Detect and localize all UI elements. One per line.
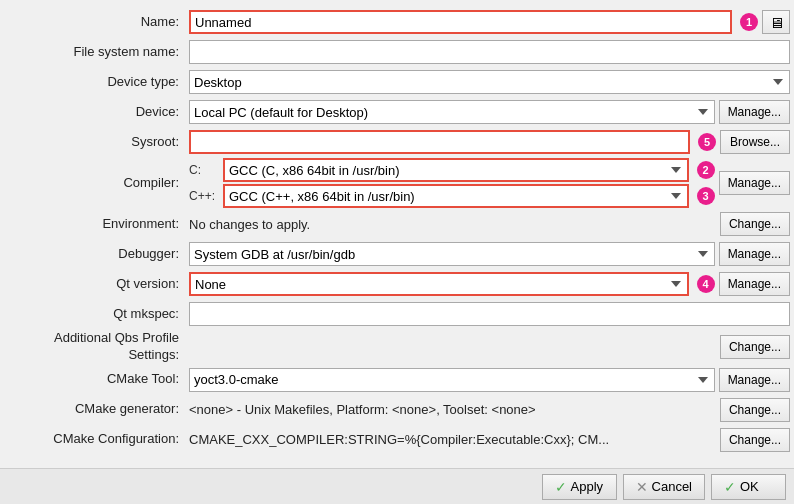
sysroot-browse-button[interactable]: Browse... — [720, 130, 790, 154]
footer: ✓ Apply ✕ Cancel ✓ OK — [0, 468, 794, 504]
sysroot-badge: 5 — [698, 133, 716, 151]
cmake-tool-label: CMake Tool: — [4, 371, 189, 388]
name-input[interactable] — [189, 10, 732, 34]
cancel-button[interactable]: ✕ Cancel — [623, 474, 705, 500]
qtmkspec-content — [189, 302, 790, 326]
cmake-config-row: CMake Configuration: CMAKE_CXX_COMPILER:… — [4, 426, 790, 454]
compiler-cpp-select[interactable]: GCC (C++, x86 64bit in /usr/bin) — [223, 184, 689, 208]
compiler-cpp-row: C++: GCC (C++, x86 64bit in /usr/bin) 3 — [189, 184, 715, 208]
devicetype-content: Desktop — [189, 70, 790, 94]
compiler-c-row: C: GCC (C, x86 64bit in /usr/bin) 2 — [189, 158, 715, 182]
environment-value: No changes to apply. — [189, 217, 310, 232]
debugger-manage-button[interactable]: Manage... — [719, 242, 790, 266]
qbs-label: Additional Qbs Profile Settings: — [4, 330, 189, 364]
debugger-select[interactable]: System GDB at /usr/bin/gdb — [189, 242, 715, 266]
cmake-gen-label: CMake generator: — [4, 401, 189, 418]
compiler-manage-button[interactable]: Manage... — [719, 171, 790, 195]
cmake-gen-row: CMake generator: <none> - Unix Makefiles… — [4, 396, 790, 424]
qbs-change-button[interactable]: Change... — [720, 335, 790, 359]
device-content: Local PC (default for Desktop) Manage... — [189, 100, 790, 124]
devicetype-select[interactable]: Desktop — [189, 70, 790, 94]
compiler-label: Compiler: — [4, 175, 189, 192]
cmake-tool-row: CMake Tool: yoct3.0-cmake Manage... — [4, 366, 790, 394]
cmake-tool-select[interactable]: yoct3.0-cmake — [189, 368, 715, 392]
environment-row: Environment: No changes to apply. Change… — [4, 210, 790, 238]
monitor-button[interactable]: 🖥 — [762, 10, 790, 34]
compiler-cpp-badge: 3 — [697, 187, 715, 205]
cmake-tool-content: yoct3.0-cmake Manage... — [189, 368, 790, 392]
sysroot-content: 5 Browse... — [189, 130, 790, 154]
qtversion-content: None 4 Manage... — [189, 272, 790, 296]
debugger-row: Debugger: System GDB at /usr/bin/gdb Man… — [4, 240, 790, 268]
apply-label: Apply — [571, 479, 604, 494]
name-row: Name: 1 🖥 — [4, 8, 790, 36]
qtversion-label: Qt version: — [4, 276, 189, 293]
apply-check-icon: ✓ — [555, 479, 567, 495]
cmake-gen-value: <none> - Unix Makefiles, Platform: <none… — [189, 402, 716, 417]
ok-label: OK — [740, 479, 759, 494]
qtversion-select[interactable]: None — [189, 272, 689, 296]
cmake-gen-change-button[interactable]: Change... — [720, 398, 790, 422]
sysroot-label: Sysroot: — [4, 134, 189, 151]
qbs-row: Additional Qbs Profile Settings: Change.… — [4, 330, 790, 364]
device-label: Device: — [4, 104, 189, 121]
debugger-label: Debugger: — [4, 246, 189, 263]
compiler-block: C: GCC (C, x86 64bit in /usr/bin) 2 C++:… — [189, 158, 715, 208]
device-select[interactable]: Local PC (default for Desktop) — [189, 100, 715, 124]
environment-change-button[interactable]: Change... — [720, 212, 790, 236]
filesystem-label: File system name: — [4, 44, 189, 61]
qbs-content: Change... — [189, 335, 790, 359]
form-container: Name: 1 🖥 File system name: Device type:… — [0, 0, 794, 468]
compiler-cpp-prefix: C++: — [189, 189, 219, 203]
cmake-config-change-button[interactable]: Change... — [720, 428, 790, 452]
cmake-config-content: CMAKE_CXX_COMPILER:STRING=%{Compiler:Exe… — [189, 428, 790, 452]
cancel-x-icon: ✕ — [636, 479, 648, 495]
compiler-c-prefix: C: — [189, 163, 219, 177]
qtmkspec-row: Qt mkspec: — [4, 300, 790, 328]
filesystem-row: File system name: — [4, 38, 790, 66]
devicetype-row: Device type: Desktop — [4, 68, 790, 96]
cmake-config-value: CMAKE_CXX_COMPILER:STRING=%{Compiler:Exe… — [189, 432, 716, 447]
sysroot-inner: 5 — [189, 130, 716, 154]
ok-button[interactable]: ✓ OK — [711, 474, 786, 500]
device-manage-button[interactable]: Manage... — [719, 100, 790, 124]
environment-content: No changes to apply. Change... — [189, 212, 790, 236]
qtmkspec-label: Qt mkspec: — [4, 306, 189, 323]
environment-label: Environment: — [4, 216, 189, 233]
filesystem-input[interactable] — [189, 40, 790, 64]
compiler-row: Compiler: C: GCC (C, x86 64bit in /usr/b… — [4, 158, 790, 208]
cmake-gen-content: <none> - Unix Makefiles, Platform: <none… — [189, 398, 790, 422]
ok-check-icon: ✓ — [724, 479, 736, 495]
filesystem-content — [189, 40, 790, 64]
devicetype-label: Device type: — [4, 74, 189, 91]
qtversion-row: Qt version: None 4 Manage... — [4, 270, 790, 298]
compiler-content: C: GCC (C, x86 64bit in /usr/bin) 2 C++:… — [189, 158, 790, 208]
apply-button[interactable]: ✓ Apply — [542, 474, 617, 500]
qtmkspec-input[interactable] — [189, 302, 790, 326]
cancel-label: Cancel — [652, 479, 692, 494]
compiler-c-select[interactable]: GCC (C, x86 64bit in /usr/bin) — [223, 158, 689, 182]
qtversion-badge: 4 — [697, 275, 715, 293]
sysroot-row: Sysroot: 5 Browse... — [4, 128, 790, 156]
device-row: Device: Local PC (default for Desktop) M… — [4, 98, 790, 126]
cmake-tool-manage-button[interactable]: Manage... — [719, 368, 790, 392]
compiler-c-badge: 2 — [697, 161, 715, 179]
name-badge: 1 — [740, 13, 758, 31]
debugger-content: System GDB at /usr/bin/gdb Manage... — [189, 242, 790, 266]
qtversion-manage-button[interactable]: Manage... — [719, 272, 790, 296]
sysroot-input[interactable] — [189, 130, 690, 154]
name-label: Name: — [4, 14, 189, 31]
cmake-config-label: CMake Configuration: — [4, 431, 189, 448]
name-content: 1 🖥 — [189, 10, 790, 34]
